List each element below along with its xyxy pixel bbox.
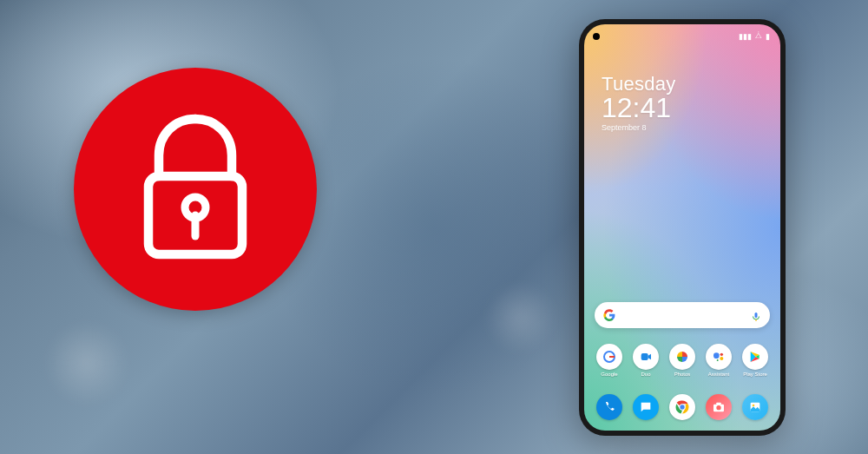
gallery-app-icon: [742, 394, 768, 420]
lockscreen-clock: Tuesday 12:41 September 8: [602, 73, 676, 132]
svg-point-10: [717, 359, 719, 361]
signal-icon: ▮▮▮: [739, 32, 752, 41]
wifi-icon: ⧊: [755, 31, 762, 41]
front-camera: [593, 33, 600, 40]
messages-app[interactable]: Messages: [631, 394, 661, 420]
hero-image: ▮▮▮ ⧊ ▮ Tuesday 12:41 September 8: [0, 0, 868, 454]
app-label: Photos: [674, 372, 691, 377]
svg-rect-16: [716, 403, 720, 405]
svg-point-8: [720, 353, 723, 356]
clock-time: 12:41: [602, 94, 676, 122]
app-label: Google: [601, 372, 617, 377]
app-label: Play Store: [743, 372, 767, 377]
clock-date: September 8: [602, 123, 676, 132]
google-app-icon: [596, 344, 622, 370]
phone-app-icon: [596, 394, 622, 420]
svg-point-15: [716, 405, 720, 410]
messages-app-icon: [633, 394, 659, 420]
svg-rect-3: [755, 313, 758, 318]
google-search-bar[interactable]: [595, 302, 770, 328]
chrome-app[interactable]: Chrome: [667, 394, 697, 420]
play-store-app-icon: [742, 344, 768, 370]
gallery-app[interactable]: Gallery: [740, 394, 770, 420]
phone-app[interactable]: Phone: [595, 394, 624, 420]
google-logo-icon: [603, 309, 615, 321]
app-label: Assistant: [708, 372, 729, 377]
app-dock: Phone Messages: [595, 394, 770, 420]
duo-app[interactable]: Duo: [631, 344, 661, 377]
svg-rect-6: [641, 353, 648, 360]
phone-mockup: ▮▮▮ ⧊ ▮ Tuesday 12:41 September 8: [579, 19, 786, 436]
camera-app-icon: [706, 394, 732, 420]
battery-icon: ▮: [766, 32, 770, 41]
chrome-app-icon: [669, 394, 695, 420]
assistant-app-icon: [706, 344, 732, 370]
camera-app[interactable]: Camera: [704, 394, 733, 420]
lock-icon: [130, 111, 260, 267]
photos-app-icon: [669, 344, 695, 370]
app-row-1: Google Duo: [595, 344, 770, 377]
duo-app-icon: [633, 344, 659, 370]
photos-app[interactable]: Photos: [667, 344, 697, 377]
status-bar: ▮▮▮ ⧊ ▮: [739, 31, 770, 41]
google-app[interactable]: Google: [595, 344, 624, 377]
phone-screen: ▮▮▮ ⧊ ▮ Tuesday 12:41 September 8: [584, 24, 780, 431]
svg-point-7: [713, 352, 720, 359]
svg-point-9: [720, 357, 723, 360]
mic-icon[interactable]: [751, 310, 761, 320]
app-label: Duo: [641, 372, 650, 377]
assistant-app[interactable]: Assistant: [704, 344, 733, 377]
svg-point-18: [753, 405, 755, 407]
play-store-app[interactable]: Play Store: [740, 344, 770, 377]
lock-badge: [74, 68, 317, 311]
